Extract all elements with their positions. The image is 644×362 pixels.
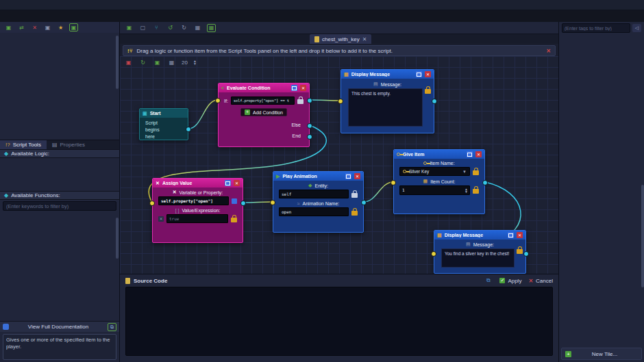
lock-icon[interactable]: [517, 249, 523, 254]
input-port[interactable]: [149, 201, 155, 206]
minimize-icon[interactable]: [467, 151, 473, 157]
minimize-icon[interactable]: [345, 173, 351, 179]
node-give-item[interactable]: Give Item ✕ Item Name: Silver Key ▼: [393, 149, 485, 214]
open-doc-icon[interactable]: ⧉: [108, 323, 116, 331]
new-tile-button[interactable]: + New Tile...: [561, 348, 642, 360]
arrange-icon[interactable]: ▣: [153, 58, 162, 66]
lock-icon[interactable]: [231, 218, 237, 222]
node-evaluate-condition[interactable]: < Evaluate Condition ✕ If: self.property…: [218, 83, 310, 147]
input-port[interactable]: [391, 180, 396, 185]
node-play-animation[interactable]: ▶ Play Animation ✕ ◆ Entity: self ≈ Anim…: [273, 171, 364, 233]
node-graph[interactable]: ▣ ↻ ▣ ▦ 20 ▲▼: [120, 56, 558, 274]
function-filter-input[interactable]: [3, 201, 116, 211]
item-name-icon: [423, 161, 427, 165]
variable-field[interactable]: self.property["open"]: [158, 196, 229, 205]
output-port[interactable]: [482, 180, 488, 185]
else-output-port[interactable]: [307, 123, 312, 129]
function-description: Gives one or more of the specified item …: [3, 334, 116, 360]
output-port[interactable]: [186, 127, 191, 132]
code-editor[interactable]: [125, 287, 553, 356]
end-output-port[interactable]: [307, 134, 312, 140]
input-port[interactable]: [431, 251, 436, 257]
item-dropdown[interactable]: Silver Key ▼: [399, 167, 470, 176]
node-display-message-1[interactable]: ▤ Display Message ✕ ▤ Message: This ches…: [340, 69, 434, 133]
output-port[interactable]: [523, 251, 529, 257]
tab-chest-with-key[interactable]: chest_with_key ✕: [310, 34, 371, 44]
expression-type-icon[interactable]: ✕: [158, 216, 164, 222]
dismiss-hint-icon[interactable]: ✕: [546, 48, 551, 54]
input-port[interactable]: [215, 98, 221, 103]
script-error-icon[interactable]: ▣: [124, 58, 133, 66]
condition-field[interactable]: self.property["open"] == t: [231, 96, 295, 105]
snap-grid-icon[interactable]: ▦: [207, 24, 216, 32]
close-tab-icon[interactable]: ✕: [362, 36, 367, 42]
apply-check-icon: ✓: [499, 278, 505, 283]
add-resource-icon[interactable]: ▣: [4, 23, 13, 31]
tiles-scrollbar[interactable]: [641, 185, 644, 287]
sync-icon[interactable]: ⇄: [17, 23, 26, 31]
value-field[interactable]: true: [166, 214, 228, 223]
output-port[interactable]: [432, 99, 437, 104]
node-display-message-2[interactable]: ▤ Display Message ✕ ▤ Message: You find …: [434, 230, 526, 274]
explorer-panel: ▣ ⇄ ✕ ▣ ★ ▣ !? Script Tools ▤ Properties…: [0, 22, 120, 362]
add-condition-button[interactable]: + Add Condition: [240, 108, 287, 116]
minimize-icon[interactable]: [291, 85, 297, 91]
rename-icon[interactable]: ▣: [43, 23, 52, 31]
picker-icon[interactable]: [232, 198, 237, 204]
close-icon[interactable]: ✕: [425, 71, 431, 77]
favorite-icon[interactable]: ★: [56, 23, 65, 31]
grid-size-stepper[interactable]: ▲▼: [193, 60, 197, 65]
message-textarea[interactable]: You find a silver key in the chest!: [441, 248, 515, 268]
lock-icon[interactable]: [473, 170, 479, 175]
clear-filter-icon[interactable]: ◁: [632, 24, 641, 32]
minimize-icon[interactable]: [416, 71, 422, 77]
unlock-icon[interactable]: [297, 99, 304, 104]
entity-field[interactable]: self: [279, 190, 349, 198]
preview-icon[interactable]: ▣: [69, 23, 78, 31]
input-port[interactable]: [270, 200, 275, 205]
apply-button[interactable]: ✓ Apply: [499, 278, 521, 284]
close-icon[interactable]: ✕: [234, 180, 240, 186]
close-icon[interactable]: ✕: [517, 232, 523, 238]
count-field[interactable]: 1 ▲▼: [399, 185, 470, 195]
node-assign-value[interactable]: ✕ Assign Value ✕ ✕ Variable or Property:…: [152, 178, 243, 243]
settings-icon[interactable]: ▦: [193, 24, 202, 32]
lock-icon[interactable]: [425, 89, 431, 94]
minimize-icon[interactable]: [508, 232, 514, 238]
undo-icon[interactable]: ↺: [166, 24, 175, 32]
delete-icon[interactable]: ✕: [30, 23, 39, 31]
refresh-graph-icon[interactable]: ↻: [138, 58, 147, 66]
redo-icon[interactable]: ↻: [179, 24, 188, 32]
minimize-icon[interactable]: [225, 180, 231, 186]
documentation-bar[interactable]: View Full Documentation ⧉: [0, 321, 119, 332]
start-body: Script begins here: [140, 118, 175, 142]
input-port[interactable]: [338, 99, 343, 104]
save-script-icon[interactable]: ▢: [138, 24, 147, 32]
lock-icon[interactable]: [473, 189, 479, 194]
function-list: [0, 212, 119, 321]
count-stepper[interactable]: ▲▼: [465, 188, 467, 193]
node-start[interactable]: ▣ Start Script begins here: [139, 108, 188, 140]
graph-toolbar: ▣ ↻ ▣ ▦ 20 ▲▼: [124, 58, 197, 66]
tab-properties[interactable]: ▤ Properties: [47, 140, 90, 149]
new-script-icon[interactable]: ▣: [125, 24, 134, 32]
tab-script-tools[interactable]: !? Script Tools: [0, 140, 47, 149]
unlock-icon[interactable]: [351, 193, 358, 198]
animation-field[interactable]: open: [279, 207, 349, 216]
grid-icon[interactable]: ▦: [167, 58, 176, 66]
true-output-port[interactable]: [307, 98, 312, 103]
expand-icon[interactable]: ⧉: [484, 276, 493, 285]
canvas-toolbar: ▣ ▢ ⑂ ↺ ↻ ▦ ▦: [120, 22, 558, 34]
cancel-button[interactable]: ✕ Cancel: [528, 278, 553, 284]
function-scrollbar[interactable]: [116, 218, 119, 259]
output-port[interactable]: [240, 201, 246, 206]
close-icon[interactable]: ✕: [354, 173, 360, 179]
close-icon[interactable]: ✕: [300, 85, 306, 91]
tag-filter-input[interactable]: [562, 23, 630, 33]
close-icon[interactable]: ✕: [475, 151, 482, 157]
message-textarea[interactable]: This chest is empty.: [348, 88, 423, 127]
output-port[interactable]: [361, 200, 367, 205]
tree-scrollbar[interactable]: [116, 36, 119, 89]
branch-icon[interactable]: ⑂: [152, 24, 161, 32]
lock-icon[interactable]: [351, 211, 358, 216]
